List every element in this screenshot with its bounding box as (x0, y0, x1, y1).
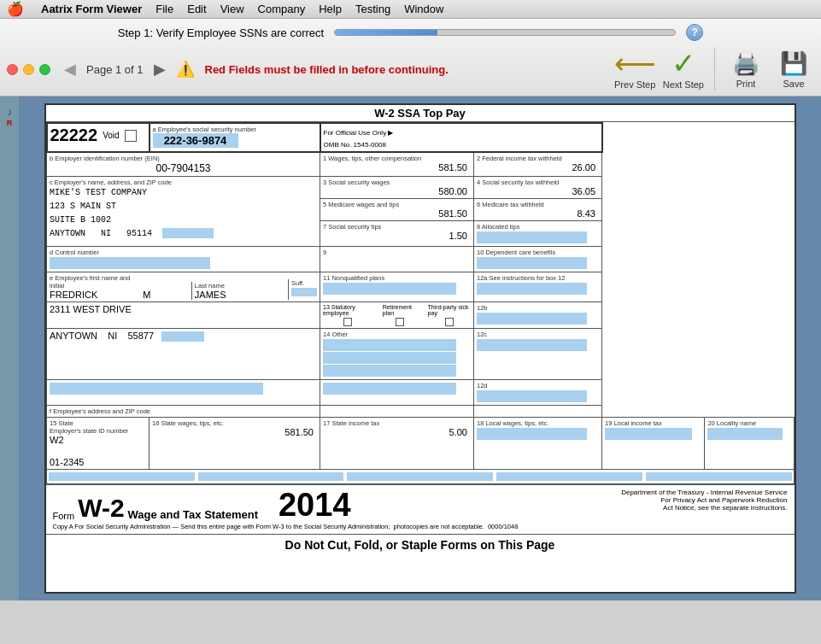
menu-file[interactable]: File (155, 3, 173, 15)
box19-field[interactable] (605, 428, 692, 440)
menu-testing[interactable]: Testing (355, 3, 390, 15)
minimize-button[interactable] (23, 64, 34, 75)
retirement-checkbox[interactable] (396, 318, 404, 326)
employer-name-label: c Employer's name, address, and ZIP code (50, 179, 317, 186)
emp-city-line: ANYTOWN NI 55877 (50, 331, 317, 342)
prev-step-button[interactable]: ⟵ Prev Step (614, 49, 656, 90)
box16-value[interactable]: 581.50 (152, 427, 317, 437)
box17-value[interactable]: 5.00 (323, 427, 471, 437)
main-content: J R W-2 SSA Top Pay 22222 Void (0, 97, 821, 600)
box12a-field[interactable] (477, 283, 587, 295)
control-num-field[interactable] (50, 257, 210, 269)
close-button[interactable] (7, 64, 18, 75)
ssn-value[interactable]: 222-36-9874 (153, 133, 238, 148)
emp-mi[interactable]: M (143, 290, 188, 300)
box11-label: 11 Nonqualified plans (323, 274, 471, 282)
emp-mi-spacer (143, 282, 188, 290)
box16-label: 16 State wages, tips, etc. (152, 419, 317, 427)
side-label-r: R (7, 119, 13, 127)
box8-field[interactable] (477, 231, 587, 243)
box3-value[interactable]: 580.00 (323, 186, 471, 196)
maximize-button[interactable] (39, 64, 50, 75)
form-area: W-2 SSA Top Pay 22222 Void a Employee's … (19, 97, 821, 600)
apple-menu[interactable]: 🍎 (7, 1, 24, 17)
next-step-label: Next Step (663, 79, 704, 90)
state-bar3[interactable] (347, 472, 493, 481)
menu-help[interactable]: Help (319, 3, 342, 15)
menu-view[interactable]: View (220, 3, 244, 15)
checkbox-thirdparty: Third-party sick pay (428, 304, 471, 326)
box5-label: 5 Medicare wages and tips (323, 201, 471, 208)
menu-window[interactable]: Window (404, 3, 443, 15)
next-step-button[interactable]: ✓ Next Step (663, 49, 704, 90)
omb: OMB No. 1545-0008 (324, 141, 386, 149)
box18-field[interactable] (477, 428, 587, 440)
page-info: Page 1 of 1 (86, 63, 144, 76)
emp-zip: 55877 (128, 331, 155, 341)
emp-addr-label: f Employee's address and ZIP code (50, 407, 317, 415)
control-num-label: d Control number (50, 249, 317, 256)
footer-right: Department of the Treasury - Internal Re… (600, 489, 788, 530)
box7-value[interactable]: 1.50 (323, 231, 471, 241)
state-bar2[interactable] (198, 472, 344, 481)
box5-value[interactable]: 581.50 (323, 208, 471, 219)
prev-step-label: Prev Step (614, 79, 655, 90)
print-button[interactable]: 🖨️ Print (725, 50, 766, 89)
box12b-field[interactable] (477, 313, 587, 325)
emp-lname[interactable]: JAMES (195, 290, 284, 300)
box14-field3[interactable] (323, 365, 456, 377)
box14-field[interactable] (323, 339, 456, 351)
form-label: Form (53, 511, 75, 521)
box1-label: 1 Wages, tips, other compensation (323, 155, 471, 162)
box12c-label: 12c (477, 331, 599, 338)
box14-field2[interactable] (323, 352, 456, 364)
save-label: Save (783, 79, 804, 89)
box11-field[interactable] (323, 283, 456, 295)
menu-company[interactable]: Company (258, 3, 306, 15)
next-step-icon: ✓ (671, 49, 695, 78)
box2-value[interactable]: 26.00 (477, 162, 599, 173)
emp-extra-field[interactable] (50, 383, 263, 395)
emp-zip-ext[interactable] (161, 331, 204, 342)
prev-page-arrow[interactable]: ◀ (64, 60, 76, 79)
app-name: Aatrix Form Viewer (41, 3, 142, 15)
state-bar4[interactable] (496, 472, 642, 481)
box10-field[interactable] (477, 257, 587, 269)
toolbar-divider (714, 48, 715, 91)
box12b-label: 12b (477, 304, 599, 312)
void-checkbox[interactable] (125, 130, 137, 142)
box15-label: 15 State (50, 419, 146, 427)
box7-label: 7 Social security tips (323, 223, 471, 231)
warning-text: Red Fields must be filled in before cont… (205, 63, 449, 76)
state-code[interactable]: W2 (50, 435, 146, 445)
box20-field[interactable] (707, 428, 782, 440)
copy-text-row: Copy A For Social Security Administratio… (53, 523, 600, 530)
statutory-checkbox[interactable] (343, 318, 352, 326)
toolbar: Step 1: Verify Employee SSNs are correct… (0, 19, 821, 97)
state-id[interactable]: 01-2345 (50, 457, 146, 467)
checkbox-statutory: 13 Statutory employee (323, 304, 372, 326)
control-number: 22222 (50, 126, 98, 145)
box4-value[interactable]: 36.05 (477, 186, 599, 196)
box1-value[interactable]: 581.50 (323, 162, 471, 173)
thirdparty-checkbox[interactable] (445, 318, 454, 326)
save-button[interactable]: 💾 Save (773, 50, 814, 89)
menu-edit[interactable]: Edit (187, 3, 206, 15)
state-bar5[interactable] (646, 472, 792, 481)
next-page-arrow[interactable]: ▶ (154, 60, 166, 79)
box6-value[interactable]: 8.43 (477, 208, 599, 219)
box14-field4[interactable] (323, 383, 456, 395)
help-button[interactable]: ? (686, 24, 703, 41)
box12d-field[interactable] (477, 390, 587, 402)
emp-suff-field[interactable] (291, 288, 317, 296)
box19-label: 19 Local income tax (605, 419, 701, 427)
box18-label: 18 Local wages, tips, etc. (477, 419, 599, 427)
footer-dept: Department of the Treasury - Internal Re… (600, 489, 788, 496)
box10-label: 10 Dependent care benefits (477, 249, 599, 256)
box12c-field[interactable] (477, 339, 587, 351)
form-year: 2014 (279, 489, 351, 521)
checkbox-row: 13 Statutory employee Retirement plan Th… (323, 304, 471, 326)
footer-left: Form W-2 Wage and Tax Statement 2014 Cop… (53, 489, 600, 530)
emp-fname[interactable]: FREDRICK (50, 290, 139, 300)
state-bar1[interactable] (49, 472, 195, 481)
